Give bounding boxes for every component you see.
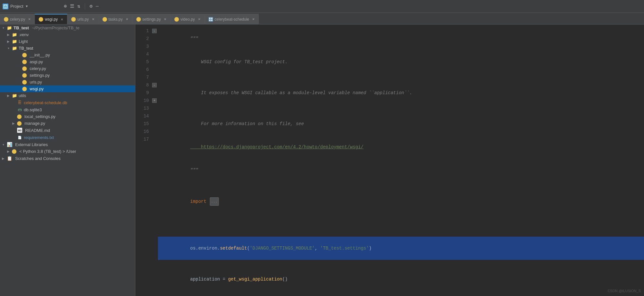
sidebar-label-celerybeat-db: celerybeat-schedule.db — [24, 100, 67, 105]
ln-5: 5 — [135, 58, 149, 66]
dropdown-arrow-icon[interactable]: ▾ — [25, 3, 28, 9]
ln-13: 13 — [135, 104, 149, 112]
tab-wsgi-py[interactable]: wsgi.py ✕ — [35, 14, 67, 24]
sidebar-item-wsgi[interactable]: wsgi.py — [0, 85, 135, 92]
tab-close-celery[interactable]: ✕ — [28, 17, 31, 21]
sidebar-item-scratches[interactable]: ▶ 📋 Scratches and Consoles — [0, 155, 135, 162]
sidebar-item-readme[interactable]: MD README.md — [0, 127, 135, 134]
sidebar-item-external-libs[interactable]: ▾ 📊 External Libraries — [0, 141, 135, 148]
fold-minus-8[interactable]: - — [152, 83, 157, 87]
sort-icon[interactable]: ⇅ — [77, 3, 80, 9]
tab-settings-py[interactable]: settings.py ✕ — [132, 14, 171, 24]
sidebar-label-init: __init__.py — [30, 53, 50, 57]
code-setdefault: setdefault — [220, 246, 247, 251]
code-lines[interactable]: """ WSGI config for TB_test project. It … — [158, 25, 644, 296]
ln-1: 1 — [135, 27, 149, 35]
tab-celery-py[interactable]: celery.py ✕ — [0, 14, 35, 24]
sidebar-item-local-settings[interactable]: local_settings.py — [0, 113, 135, 120]
fold-1[interactable]: - — [151, 27, 158, 35]
tab-label-tasks: tasks.py — [109, 17, 123, 22]
fold-marker-import[interactable]: ... — [210, 197, 219, 206]
code-comment-8: """ — [190, 168, 198, 173]
fold-15 — [151, 135, 158, 143]
db-icon-celerybeat: 🗄 — [17, 100, 22, 105]
sidebar-item-venv[interactable]: ▶ 📁 .venv — [0, 31, 135, 38]
sqlite-icon: 🗃 — [17, 107, 22, 112]
code-line-4: It exposes the WSGI callable as a module… — [163, 81, 644, 104]
sidebar-item-python[interactable]: ▶ < Python 3.8 (TB_test) > /User — [0, 148, 135, 155]
fold-10[interactable]: + — [151, 97, 158, 104]
folder-icon: 📁 — [7, 25, 12, 30]
chevron-right-icon-scratches: ▶ — [1, 157, 5, 160]
fold-minus-1[interactable]: - — [152, 29, 157, 33]
sidebar-item-manage[interactable]: ▶ manage.py — [0, 120, 135, 127]
tab-close-urls[interactable]: ✕ — [92, 17, 94, 21]
ln-2: 2 — [135, 35, 149, 43]
code-line-3 — [163, 74, 644, 81]
fold-9 — [151, 89, 158, 97]
code-get-wsgi: get_wsgi_application — [228, 277, 282, 282]
sidebar-root-label: TB_test — [14, 25, 29, 30]
fold-plus-10[interactable]: + — [152, 98, 157, 103]
code-line-5 — [163, 104, 644, 112]
tab-close-tasks[interactable]: ✕ — [126, 17, 128, 21]
settings-icon[interactable]: ⚙ — [90, 3, 93, 9]
chevron-down-icon: ▾ — [1, 26, 5, 30]
tab-label-settings: settings.py — [142, 17, 161, 22]
sidebar: ▾ 📁 TB_test ~/PycharmProjects/TB_te ▶ 📁 … — [0, 25, 135, 296]
ext-libs-icon: 📊 — [7, 142, 12, 147]
code-line-7: https://docs.djangoproject.com/en/4.2/ho… — [163, 135, 644, 159]
sidebar-item-celerybeat-db[interactable]: 🗄 celerybeat-schedule.db — [0, 99, 135, 106]
tab-urls-py[interactable]: urls.py ✕ — [67, 14, 98, 24]
fold-12 — [151, 112, 158, 120]
list-icon[interactable]: ☰ — [70, 3, 74, 9]
tab-close-settings[interactable]: ✕ — [164, 17, 166, 21]
py-icon-python38 — [12, 149, 16, 154]
add-icon[interactable]: ⊕ — [64, 3, 67, 9]
tab-celerybeat-schedule[interactable]: celerybeat-schedule ✕ — [205, 14, 259, 24]
folder-icon-tb: 📁 — [12, 46, 17, 51]
tab-label-wsgi: wsgi.py — [45, 17, 58, 22]
tab-close-video[interactable]: ✕ — [198, 17, 200, 21]
ln-16: 16 — [135, 128, 149, 135]
code-line-16: application = get_wsgi_application() — [163, 268, 644, 291]
py-icon-manage — [17, 121, 22, 126]
tabs-bar: celery.py ✕ wsgi.py ✕ urls.py ✕ tasks.py… — [0, 13, 644, 25]
code-link-7: https://docs.djangoproject.com/en/4.2/ho… — [190, 144, 364, 150]
code-line-8: """ — [163, 159, 644, 182]
sidebar-item-sqlite[interactable]: 🗃 db.sqlite3 — [0, 106, 135, 113]
sidebar-project-root[interactable]: ▾ 📁 TB_test ~/PycharmProjects/TB_te — [0, 25, 135, 31]
sidebar-item-celery[interactable]: celery.py — [0, 65, 135, 72]
sidebar-item-init[interactable]: __init__.py — [0, 52, 135, 58]
sidebar-label-urls: urls.py — [30, 80, 42, 84]
tab-video-py[interactable]: video.py ✕ — [171, 14, 205, 24]
fold-8[interactable]: - — [151, 81, 158, 89]
fold-16 — [151, 143, 158, 151]
tab-tasks-py[interactable]: tasks.py ✕ — [99, 14, 132, 24]
sidebar-item-requirements[interactable]: 📄 requirements.txt — [0, 134, 135, 141]
minimize-icon[interactable]: — — [96, 4, 99, 9]
code-editor[interactable]: 1 2 3 4 5 6 7 8 9 10 13 14 15 16 17 — [135, 25, 644, 296]
code-comment-6: For more information on this file, see — [190, 121, 304, 126]
line-numbers: 1 2 3 4 5 6 7 8 9 10 13 14 15 16 17 — [135, 25, 151, 296]
sidebar-label-manage: manage.py — [24, 121, 45, 126]
sidebar-item-light[interactable]: ▶ 📁 Light — [0, 38, 135, 45]
sidebar-item-urls[interactable]: urls.py — [0, 79, 135, 85]
fold-4 — [151, 50, 158, 58]
sidebar-item-tb-test[interactable]: ▾ 📁 TB_test — [0, 45, 135, 52]
sidebar-item-asgi[interactable]: asgi.py — [0, 58, 135, 65]
chevron-right-icon-python: ▶ — [6, 150, 10, 153]
sidebar-root-path: ~/PycharmProjects/TB_te — [32, 25, 80, 30]
tab-close-wsgi[interactable]: ✕ — [61, 18, 63, 21]
sidebar-item-settings[interactable]: settings.py — [0, 72, 135, 79]
sidebar-item-utils[interactable]: ▶ 📁 utils — [0, 92, 135, 99]
ln-8: 8 — [135, 81, 149, 89]
ln-10: 10 — [135, 97, 149, 104]
tab-close-celerybeat[interactable]: ✕ — [252, 17, 255, 21]
tab-label-urls: urls.py — [77, 17, 89, 22]
code-keyword-import: import — [190, 199, 206, 204]
scratches-icon: 📋 — [7, 156, 12, 161]
project-label[interactable]: Project — [10, 4, 23, 9]
sidebar-label-python: < Python 3.8 (TB_test) > /User — [19, 149, 76, 154]
fold-column: - - + — [151, 25, 158, 296]
